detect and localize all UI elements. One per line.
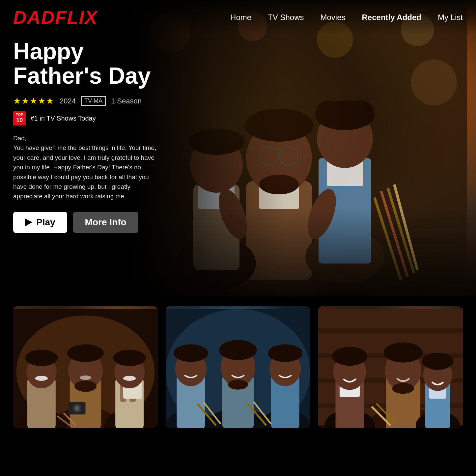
thumbnails-grid xyxy=(13,306,463,428)
hero-meta: ★★★★★ 2024 TV-MA 1 Season xyxy=(13,96,158,106)
svg-point-71 xyxy=(219,340,257,360)
svg-point-101 xyxy=(422,353,453,370)
hero-section: Happy Father's Day ★★★★★ 2024 TV-MA 1 Se… xyxy=(0,0,476,296)
svg-point-41 xyxy=(67,344,104,362)
svg-point-96 xyxy=(332,347,367,366)
svg-point-59 xyxy=(35,376,48,381)
svg-point-46 xyxy=(25,350,58,366)
hero-buttons: Play More Info xyxy=(13,212,158,233)
top10-badge: TOP 10 xyxy=(13,111,26,126)
nav-links: Home TV Shows Movies Recently Added My L… xyxy=(230,13,463,22)
more-info-label: More Info xyxy=(85,217,126,227)
thumbnail-1-image xyxy=(13,306,158,428)
top10-text: #1 in TV Shows Today xyxy=(30,115,96,122)
top10-row: TOP 10 #1 in TV Shows Today xyxy=(13,111,158,126)
play-button[interactable]: Play xyxy=(13,212,67,233)
thumbnail-2-image xyxy=(166,306,310,428)
hero-content: Happy Father's Day ★★★★★ 2024 TV-MA 1 Se… xyxy=(13,40,158,233)
nav-tv-shows[interactable]: TV Shows xyxy=(268,13,304,22)
top10-badge-top: TOP xyxy=(16,113,23,117)
svg-point-42 xyxy=(74,380,97,392)
nav-my-list[interactable]: My List xyxy=(438,13,463,22)
thumbnail-1[interactable] xyxy=(13,306,158,428)
nav-home[interactable]: Home xyxy=(230,13,251,22)
svg-point-91 xyxy=(392,383,414,394)
thumbnail-3[interactable] xyxy=(318,306,463,428)
thumbnails-section xyxy=(0,296,476,438)
thumbnail-2[interactable] xyxy=(166,306,310,428)
hero-season: 1 Season xyxy=(111,97,142,105)
svg-point-61 xyxy=(80,376,91,380)
hero-title: Happy Father's Day xyxy=(13,40,158,88)
hero-year: 2024 xyxy=(60,97,76,105)
hero-stars: ★★★★★ xyxy=(13,96,54,106)
nav-movies[interactable]: Movies xyxy=(320,13,345,22)
hero-description: Dad, You have given me the best things i… xyxy=(13,133,158,201)
play-icon xyxy=(25,218,32,226)
svg-point-90 xyxy=(384,343,423,363)
navigation: DADFLIX Home TV Shows Movies Recently Ad… xyxy=(0,0,476,35)
svg-point-56 xyxy=(74,406,79,410)
play-button-label: Play xyxy=(36,217,55,228)
svg-point-76 xyxy=(268,344,302,362)
hero-rating-badge: TV-MA xyxy=(81,96,106,106)
svg-point-60 xyxy=(123,376,136,381)
thumbnail-3-image xyxy=(318,306,463,428)
svg-point-53 xyxy=(113,350,146,366)
more-info-button[interactable]: More Info xyxy=(73,212,138,233)
svg-point-72 xyxy=(228,379,248,390)
svg-rect-83 xyxy=(318,328,463,333)
svg-point-67 xyxy=(174,344,208,362)
nav-recently-added[interactable]: Recently Added xyxy=(362,13,421,22)
top10-badge-num: 10 xyxy=(16,117,23,124)
logo[interactable]: DADFLIX xyxy=(13,7,98,28)
